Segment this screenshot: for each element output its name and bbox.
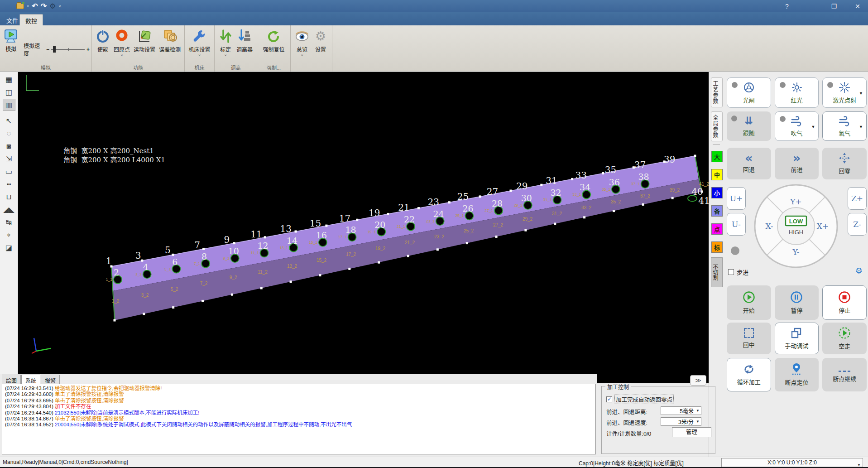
return-zero-button[interactable]: 回零 <box>822 148 867 179</box>
beam-sub-label: 39_2 <box>670 188 680 193</box>
settings-button[interactable]: ⚙ 设置 <box>312 27 330 53</box>
simulate-button[interactable]: 模拟 <box>2 27 20 53</box>
coordinates-caret-icon[interactable]: ▼ <box>857 461 861 468</box>
layer-square-中[interactable]: 中 <box>711 169 723 180</box>
tab-nc-active[interactable]: 数控 <box>19 14 43 25</box>
dry-run-button[interactable]: 空走 <box>822 323 867 354</box>
tab-global-params[interactable]: 全局参数 <box>711 111 723 141</box>
manage-button[interactable]: 管理 <box>672 427 711 437</box>
speed-high-toggle[interactable]: HIGH <box>789 229 804 236</box>
jog-pad[interactable]: Y+ Y- X- X+ LOW HIGH <box>753 183 839 269</box>
dashed-circle-icon[interactable]: ◌ <box>3 127 15 140</box>
blow-air-dropdown-icon[interactable]: ▼ <box>811 125 815 129</box>
speed-select[interactable]: 3米/分▼ <box>661 417 701 426</box>
breakpoint-locate-button[interactable]: 断点定位 <box>775 358 819 391</box>
layer-square-备[interactable]: 备 <box>711 205 723 217</box>
motion-settings-button[interactable]: 运动设置 <box>132 27 157 53</box>
speed-low-toggle[interactable]: LOW <box>789 218 803 225</box>
settings-gear-icon[interactable]: ⚙ <box>49 3 56 10</box>
jog-x-plus[interactable]: X+ <box>817 222 829 231</box>
home-dropdown-icon[interactable]: ˅ <box>121 53 123 58</box>
jog-y-plus[interactable]: Y+ <box>790 197 801 206</box>
select-cursor-icon[interactable]: ↖ <box>3 115 15 127</box>
cycle-machining-button[interactable]: 循环加工 <box>727 358 771 391</box>
sim-speed-slider-thumb[interactable] <box>53 46 56 53</box>
no-cut-button[interactable]: 不切割 <box>711 257 723 287</box>
cube-view-icon[interactable]: ◫ <box>3 86 15 98</box>
jog-x-minus[interactable]: X- <box>765 222 773 231</box>
jog-z-plus-button[interactable]: Z+ <box>848 187 867 210</box>
log-expand-button[interactable]: ≫ <box>690 375 706 386</box>
fan-icon[interactable]: ◢◣ <box>3 203 15 216</box>
distance-caret-icon[interactable]: ▼ <box>696 409 700 413</box>
machine-settings-button[interactable]: 机床设置 ˅ <box>187 27 212 58</box>
jog-z-minus-button[interactable]: Z- <box>848 213 867 236</box>
stop-button[interactable]: 停止 <box>822 285 867 320</box>
compress-icon[interactable]: ↹ <box>3 216 15 228</box>
height-controller-button[interactable]: 调高器 <box>235 27 254 53</box>
retract-button[interactable]: « 回退 <box>727 148 771 179</box>
auto-return-checkbox[interactable] <box>606 396 612 402</box>
oxygen-dropdown-icon[interactable]: ▼ <box>859 125 863 129</box>
breakpoint-resume-button[interactable]: 断点继续 <box>822 358 867 391</box>
jog-settings-gear-icon[interactable]: ⚙ <box>855 266 863 276</box>
home-button[interactable]: 回原点 ˅ <box>112 27 132 58</box>
follow-button[interactable]: ⇊ 跟随 <box>727 111 771 141</box>
settings-dropdown-icon[interactable]: ˅ <box>58 4 61 9</box>
overview-dropdown-icon[interactable]: ˅ <box>301 53 303 58</box>
center-button[interactable]: 回中 <box>727 323 771 354</box>
machine-settings-dropdown-icon[interactable]: ˅ <box>198 53 201 58</box>
layer-square-小[interactable]: 小 <box>711 187 723 198</box>
laser-burst-button[interactable]: 激光点射 ▼ <box>822 77 867 108</box>
force-reset-button[interactable]: 强制复位 <box>261 27 286 53</box>
layer-square-标[interactable]: 标 <box>711 241 723 253</box>
blow-air-button[interactable]: 吹气 ▼ <box>775 111 819 141</box>
viewport-3d[interactable]: 角钢 宽200 X 高200_Nest1 角钢 宽200 X 高200 L400… <box>18 72 709 374</box>
close-button[interactable]: ✕ <box>853 3 863 10</box>
sim-speed-plus[interactable]: + <box>86 46 90 53</box>
panel-view-icon[interactable]: ▥ <box>3 99 15 111</box>
coordinates-display[interactable]: X:0 Y:0 U:0 Y1:0 Z:0 ▼ <box>721 458 863 467</box>
sim-speed-slider[interactable] <box>51 46 85 53</box>
calibrate-dropdown-icon[interactable]: ˅ <box>225 53 227 58</box>
enable-button[interactable]: 使能 <box>94 27 112 53</box>
redo-icon[interactable]: ↷ <box>41 3 47 10</box>
eraser-icon[interactable]: ◪ <box>3 241 15 254</box>
log-console[interactable]: (07/24 16:29:43.541) 给驱动器发送了复位指令,会把驱动器报警… <box>2 384 596 454</box>
layer-square-大[interactable]: 大 <box>711 151 723 162</box>
laser-burst-dropdown-icon[interactable]: ▼ <box>859 91 863 96</box>
open-file-dropdown-icon[interactable]: ˅ <box>27 4 29 9</box>
grid-view-icon[interactable]: ▦ <box>3 73 15 86</box>
position-icon[interactable]: ⌖ <box>3 229 15 241</box>
step-checkbox[interactable] <box>728 269 734 275</box>
jog-u-minus-button[interactable]: U- <box>727 213 746 236</box>
tab-process-params[interactable]: 工艺参数 <box>711 77 723 107</box>
error-check-button[interactable]: 误差检测 <box>157 27 182 53</box>
sim-speed-minus[interactable]: − <box>46 46 49 53</box>
distance-select[interactable]: 5毫米▼ <box>661 406 701 415</box>
advance-button[interactable]: » 前进 <box>775 148 819 179</box>
manual-debug-button[interactable]: 手动调试 <box>775 323 819 354</box>
layer-square-点[interactable]: 点 <box>711 223 723 235</box>
red-light-button[interactable]: 红光 <box>775 77 819 108</box>
merge-arrows-icon[interactable]: ⇲ <box>3 153 15 165</box>
open-file-icon[interactable] <box>16 4 24 9</box>
beam-canvas[interactable]: 1357911131517192123252729313335373921_14… <box>18 72 709 374</box>
start-button[interactable]: 开始 <box>727 285 771 320</box>
speed-caret-icon[interactable]: ▼ <box>696 420 700 424</box>
minimize-button[interactable]: – <box>806 3 815 10</box>
undo-icon[interactable]: ↶ <box>32 3 38 10</box>
shutter-button[interactable]: 光闸 <box>727 77 771 108</box>
help-button[interactable]: ? <box>782 3 792 10</box>
filled-circle-icon[interactable]: ◙ <box>3 140 15 152</box>
jog-y-minus[interactable]: Y- <box>792 247 799 256</box>
oxygen-button[interactable]: 氧气 ▼ <box>822 111 867 141</box>
dashes-icon[interactable]: ┅ <box>3 178 15 190</box>
rectangle-icon[interactable]: ▭ <box>3 165 15 178</box>
restore-button[interactable]: ❐ <box>829 3 839 10</box>
overview-button[interactable]: 总览 ˅ <box>293 27 312 58</box>
pause-button[interactable]: 暂停 <box>775 285 819 320</box>
calibrate-button[interactable]: 标定 ˅ <box>216 27 235 58</box>
open-box-icon[interactable]: ⊔ <box>3 191 15 203</box>
jog-u-plus-button[interactable]: U+ <box>727 187 746 210</box>
